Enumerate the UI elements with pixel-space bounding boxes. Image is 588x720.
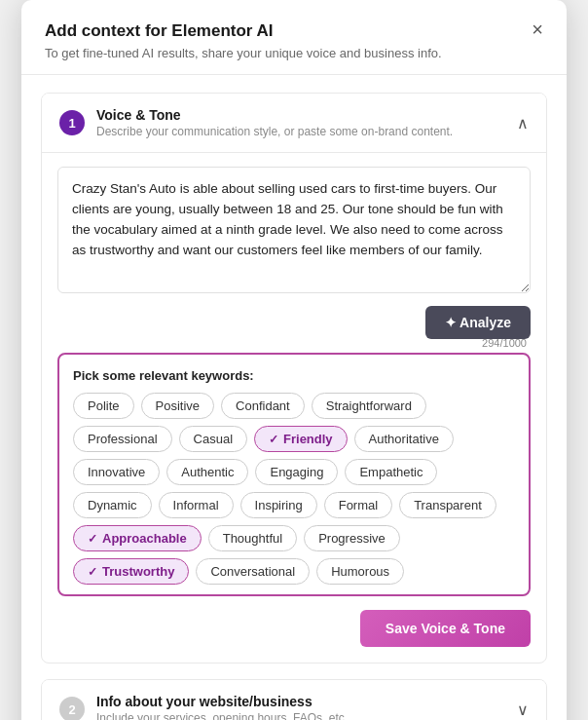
section2-number: 2 [59, 697, 85, 720]
keyword-label: Approachable [102, 531, 187, 546]
keyword-tag[interactable]: ✓Friendly [254, 426, 348, 452]
keyword-tag[interactable]: Conversational [196, 558, 310, 585]
keyword-label: Authentic [181, 465, 234, 479]
keyword-tag[interactable]: Engaging [255, 459, 338, 485]
keyword-tag[interactable]: Straightforward [312, 393, 426, 419]
section1-card: 1 Voice & Tone Describe your communicati… [41, 93, 547, 663]
section2-chevron: ∨ [517, 701, 529, 719]
modal-subtitle: To get fine-tuned AI results, share your… [45, 46, 543, 60]
keyword-label: Engaging [270, 465, 323, 479]
section2-title: Info about your website/business [96, 694, 348, 709]
keyword-tag[interactable]: Formal [324, 492, 392, 518]
section1-title-group: Voice & Tone Describe your communication… [96, 107, 453, 138]
section2-card: 2 Info about your website/business Inclu… [41, 679, 547, 720]
save-voice-tone-button[interactable]: Save Voice & Tone [360, 610, 531, 647]
section2-header[interactable]: 2 Info about your website/business Inclu… [42, 680, 546, 720]
keywords-grid: PolitePositiveConfidantStraightforwardPr… [73, 393, 515, 585]
section2-title-group: Info about your website/business Include… [96, 694, 348, 720]
keyword-label: Positive [156, 398, 201, 413]
section1-subtitle: Describe your communication style, or pa… [96, 125, 453, 138]
textarea-wrapper [57, 167, 531, 296]
keyword-tag[interactable]: Progressive [304, 525, 400, 551]
keyword-label: Innovative [88, 465, 145, 479]
keyword-tag[interactable]: Thoughtful [208, 525, 297, 551]
keyword-label: Casual [194, 432, 233, 446]
keywords-label: Pick some relevant keywords: [73, 368, 515, 383]
keyword-tag[interactable]: Dynamic [73, 492, 152, 518]
keyword-tag[interactable]: Informal [159, 492, 234, 518]
section2-header-left: 2 Info about your website/business Inclu… [59, 694, 348, 720]
keyword-tag[interactable]: Positive [141, 393, 215, 419]
keyword-tag[interactable]: Innovative [73, 459, 160, 485]
modal-body: 1 Voice & Tone Describe your communicati… [21, 75, 567, 720]
keyword-tag[interactable]: Empathetic [345, 459, 437, 485]
section2-subtitle: Include your services, opening hours, FA… [96, 711, 348, 720]
keyword-label: Friendly [283, 432, 333, 446]
analyze-button[interactable]: ✦ Analyze [425, 306, 531, 339]
keyword-tag[interactable]: ✓Approachable [73, 525, 202, 551]
keyword-label: Thoughtful [223, 531, 282, 546]
modal-title: Add context for Elementor AI [45, 21, 543, 41]
keyword-tag[interactable]: Polite [73, 393, 134, 419]
keyword-label: Inspiring [255, 498, 303, 512]
section1-content: ✦ Analyze 294/1000 Pick some relevant ke… [42, 152, 546, 663]
modal: Add context for Elementor AI To get fine… [21, 0, 567, 720]
keyword-label: Confidant [236, 398, 290, 413]
keyword-label: Humorous [331, 564, 389, 579]
keyword-tag[interactable]: Inspiring [240, 492, 317, 518]
keyword-tag[interactable]: Authentic [166, 459, 248, 485]
modal-header: Add context for Elementor AI To get fine… [21, 0, 567, 75]
save-row: Save Voice & Tone [57, 610, 531, 647]
keyword-tag[interactable]: Professional [73, 426, 172, 452]
keyword-label: Progressive [318, 531, 386, 546]
keyword-label: Transparent [414, 498, 482, 512]
close-button[interactable]: × [526, 18, 549, 41]
keyword-label: Empathetic [359, 465, 423, 479]
keyword-tag[interactable]: Casual [179, 426, 247, 452]
section1-header-left: 1 Voice & Tone Describe your communicati… [59, 107, 453, 138]
keyword-label: Authoritative [369, 432, 439, 446]
section1-chevron: ∧ [517, 114, 529, 133]
brand-textarea[interactable] [57, 167, 531, 293]
keyword-label: Formal [339, 498, 378, 512]
keyword-tag[interactable]: Authoritative [354, 426, 454, 452]
keyword-label: Professional [88, 432, 158, 446]
analyze-row: ✦ Analyze [57, 306, 531, 339]
keyword-label: Dynamic [88, 498, 137, 512]
keyword-label: Polite [88, 398, 120, 413]
keyword-label: Conversational [210, 564, 295, 579]
keywords-box: 294/1000 Pick some relevant keywords: Po… [57, 353, 531, 596]
keyword-tag[interactable]: Confidant [221, 393, 305, 419]
keyword-tag[interactable]: Transparent [399, 492, 496, 518]
keyword-tag[interactable]: Humorous [316, 558, 404, 585]
char-count: 294/1000 [482, 337, 527, 349]
section1-title: Voice & Tone [96, 107, 453, 123]
keyword-label: Straightforward [326, 398, 412, 413]
keyword-tag[interactable]: ✓Trustworthy [73, 558, 189, 585]
keyword-label: Trustworthy [102, 564, 174, 579]
section1-number: 1 [59, 110, 85, 135]
section1-header[interactable]: 1 Voice & Tone Describe your communicati… [42, 94, 546, 152]
keyword-label: Informal [173, 498, 219, 512]
